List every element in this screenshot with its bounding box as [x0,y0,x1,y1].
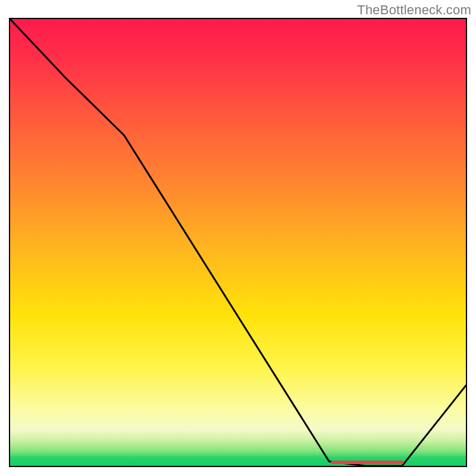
attribution-text: TheBottleneck.com [357,2,471,18]
bottleneck-curve [10,19,466,466]
chart-container: TheBottleneck.com [0,0,476,476]
optimal-range-marker [331,461,404,464]
plot-frame [9,18,467,467]
